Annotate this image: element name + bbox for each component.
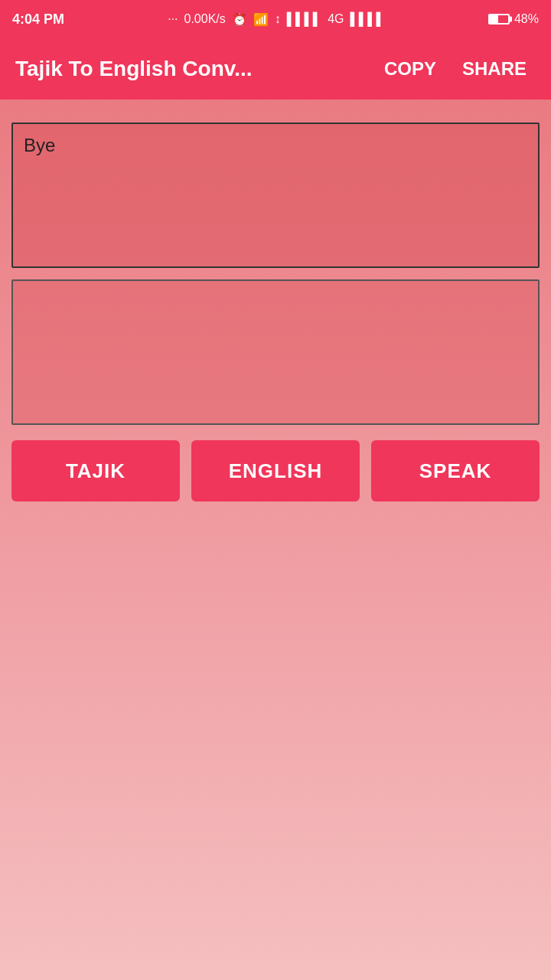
app-bar: Tajik To English Conv... COPY SHARE <box>0 38 551 100</box>
copy-button[interactable]: COPY <box>375 52 445 86</box>
data-transfer-icon: ↕ <box>275 12 281 26</box>
english-button[interactable]: ENGLISH <box>191 440 360 501</box>
battery-icon <box>488 14 510 24</box>
app-title: Tajik To English Conv... <box>15 57 367 81</box>
signal-icon: ▌▌▌▌ <box>287 12 321 26</box>
output-textarea[interactable] <box>11 279 540 425</box>
status-time: 4:04 PM <box>12 11 64 28</box>
clock-icon: ⏰ <box>232 12 247 27</box>
status-right: 48% <box>488 12 539 26</box>
battery-percent: 48% <box>514 12 539 26</box>
main-content: Bye TAJIK ENGLISH SPEAK <box>0 100 551 517</box>
network-speed: 0.00K/s <box>184 12 226 26</box>
input-textarea[interactable]: Bye <box>11 122 540 268</box>
status-dots: ··· <box>168 12 178 26</box>
signal-icon-2: ▌▌▌▌ <box>350 12 384 26</box>
status-bar: 4:04 PM ··· 0.00K/s ⏰ 📶 ↕ ▌▌▌▌ 4G ▌▌▌▌ 4… <box>0 0 551 38</box>
status-center: ··· 0.00K/s ⏰ 📶 ↕ ▌▌▌▌ 4G ▌▌▌▌ <box>168 12 385 27</box>
share-button[interactable]: SHARE <box>453 52 536 86</box>
tajik-button[interactable]: TAJIK <box>11 440 180 501</box>
wifi-icon: 📶 <box>253 12 269 27</box>
network-type: 4G <box>328 12 344 26</box>
speak-button[interactable]: SPEAK <box>371 440 540 501</box>
buttons-row: TAJIK ENGLISH SPEAK <box>11 440 540 501</box>
